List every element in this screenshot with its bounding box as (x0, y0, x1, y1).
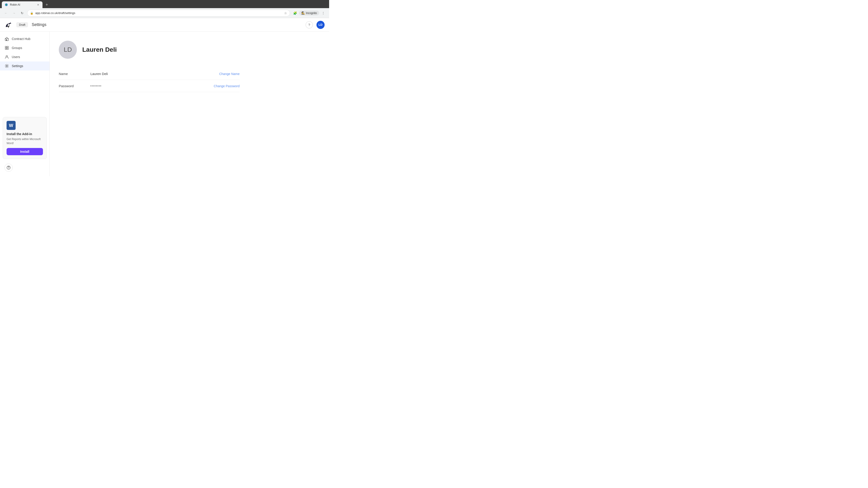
draft-badge[interactable]: Draft (16, 22, 28, 27)
password-value: •••••••• (90, 85, 214, 88)
browser-tab[interactable]: Robin AI ✕ (2, 1, 42, 8)
app-header: Draft Settings ? LD (0, 18, 329, 32)
help-bubble-button[interactable] (4, 164, 13, 172)
sidebar-item-label-users: Users (12, 55, 20, 59)
addon-promo: W Install the Add-in Get Reports within … (3, 117, 47, 159)
extensions-button[interactable]: 🧩 (292, 10, 298, 16)
name-value: Lauren Deli (90, 72, 219, 76)
tab-title: Robin AI (10, 3, 34, 6)
svg-point-0 (10, 23, 11, 24)
name-settings-row: Name Lauren Deli Change Name (59, 68, 240, 80)
svg-rect-2 (6, 39, 7, 41)
change-password-button[interactable]: Change Password (214, 84, 240, 88)
tab-close-button[interactable]: ✕ (36, 3, 40, 6)
main-content: LD Lauren Deli Name Lauren Deli Change N… (50, 32, 329, 176)
settings-table: Name Lauren Deli Change Name Password ••… (59, 68, 240, 92)
svg-point-10 (8, 168, 9, 169)
install-addon-button[interactable]: Install (6, 148, 43, 155)
addon-description: Get Reports within Microsoft Word! (6, 137, 43, 145)
new-tab-button[interactable]: + (43, 1, 50, 8)
help-button[interactable]: ? (306, 21, 313, 29)
name-label: Name (59, 72, 90, 76)
svg-rect-5 (5, 48, 6, 50)
reload-button[interactable]: ↻ (19, 10, 25, 16)
sidebar: Contract Hub Groups (0, 32, 50, 176)
url-text: app.robinai.co.uk/draft/settings (35, 11, 282, 15)
tab-favicon (4, 3, 8, 6)
word-letter: W (9, 123, 13, 128)
bookmark-icon[interactable]: ☆ (284, 11, 287, 15)
profile-avatar: LD (59, 41, 77, 59)
svg-rect-4 (7, 46, 8, 48)
forward-button[interactable]: → (11, 10, 17, 16)
sidebar-item-users[interactable]: Users (0, 53, 50, 61)
home-icon (4, 37, 9, 41)
addon-title: Install the Add-in (6, 132, 43, 136)
incognito-icon: 🕵️ (301, 11, 305, 15)
password-label: Password (59, 84, 90, 88)
address-bar[interactable]: 🔒 app.robinai.co.uk/draft/settings ☆ (27, 10, 290, 17)
svg-point-8 (6, 66, 7, 67)
settings-icon (4, 64, 9, 68)
user-icon (4, 55, 9, 59)
svg-rect-6 (7, 48, 8, 50)
grid-icon (4, 46, 9, 50)
back-button[interactable]: ← (3, 10, 9, 16)
word-icon: W (6, 121, 16, 130)
svg-rect-3 (5, 46, 6, 48)
lock-icon: 🔒 (30, 11, 33, 15)
menu-button[interactable]: ⋮ (320, 10, 327, 16)
sidebar-item-label-contract-hub: Contract Hub (12, 37, 30, 41)
sidebar-item-label-groups: Groups (12, 46, 22, 50)
profile-header: LD Lauren Deli (59, 41, 320, 59)
sidebar-item-settings[interactable]: Settings (0, 61, 50, 70)
user-avatar-button[interactable]: LD (316, 21, 324, 29)
change-name-button[interactable]: Change Name (219, 72, 240, 76)
sidebar-item-label-settings: Settings (12, 64, 23, 68)
password-settings-row: Password •••••••• Change Password (59, 80, 240, 92)
page-title: Settings (32, 22, 46, 27)
incognito-badge: 🕵️ Incognito (299, 11, 319, 15)
app-logo (4, 21, 13, 29)
profile-name: Lauren Deli (82, 46, 117, 53)
sidebar-item-groups[interactable]: Groups (0, 43, 50, 53)
incognito-label: Incognito (306, 11, 317, 15)
sidebar-item-contract-hub[interactable]: Contract Hub (0, 34, 50, 43)
